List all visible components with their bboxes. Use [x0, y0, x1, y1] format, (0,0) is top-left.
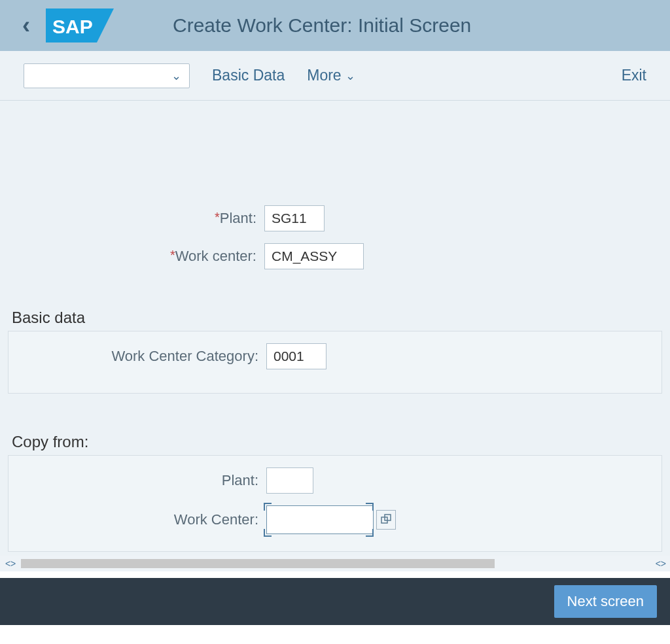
category-label: Work Center Category: [9, 348, 266, 365]
plant-input[interactable] [264, 205, 325, 231]
work-center-input[interactable] [264, 243, 364, 269]
plant-label: *Plant: [7, 210, 264, 227]
focus-corner [264, 529, 272, 537]
focus-corner [366, 529, 374, 537]
app-header: ‹ SAP Create Work Center: Initial Screen [0, 0, 670, 51]
focus-corner [264, 503, 272, 511]
next-screen-button[interactable]: Next screen [554, 585, 657, 618]
basic-data-section-title: Basic data [12, 309, 663, 327]
category-input[interactable] [266, 343, 326, 369]
transaction-dropdown[interactable]: ⌄ [24, 63, 190, 88]
copy-plant-input[interactable] [266, 467, 313, 494]
focus-corner [366, 503, 374, 511]
basic-data-section: Work Center Category: [8, 331, 662, 394]
copy-work-center-input[interactable] [266, 505, 374, 534]
more-menu[interactable]: More ⌄ [307, 67, 355, 84]
value-help-icon [380, 514, 392, 526]
copy-plant-label: Plant: [9, 472, 266, 489]
work-center-label: *Work center: [7, 248, 264, 265]
copy-from-section: Plant: Work Center: [8, 455, 662, 552]
chevron-down-icon: ⌄ [171, 69, 181, 83]
content-area: *Plant: *Work center: Basic data Work Ce… [0, 101, 670, 571]
horizontal-scrollbar[interactable]: < > < > [0, 556, 670, 571]
back-button[interactable]: ‹ [18, 12, 34, 39]
basic-data-button[interactable]: Basic Data [212, 67, 285, 84]
exit-button[interactable]: Exit [622, 67, 646, 84]
scroll-track[interactable] [21, 559, 495, 568]
value-help-button[interactable] [376, 510, 396, 530]
scroll-left-icon[interactable]: < > [5, 558, 14, 569]
toolbar: ⌄ Basic Data More ⌄ Exit [0, 51, 670, 101]
svg-text:SAP: SAP [52, 16, 93, 37]
chevron-down-icon: ⌄ [345, 69, 355, 83]
copy-work-center-label: Work Center: [9, 511, 266, 528]
copy-from-section-title: Copy from: [12, 433, 663, 451]
sap-logo: SAP [46, 8, 114, 42]
footer-bar: Next screen [0, 578, 670, 625]
scroll-right-icon[interactable]: < > [656, 558, 665, 569]
page-title: Create Work Center: Initial Screen [173, 14, 652, 37]
